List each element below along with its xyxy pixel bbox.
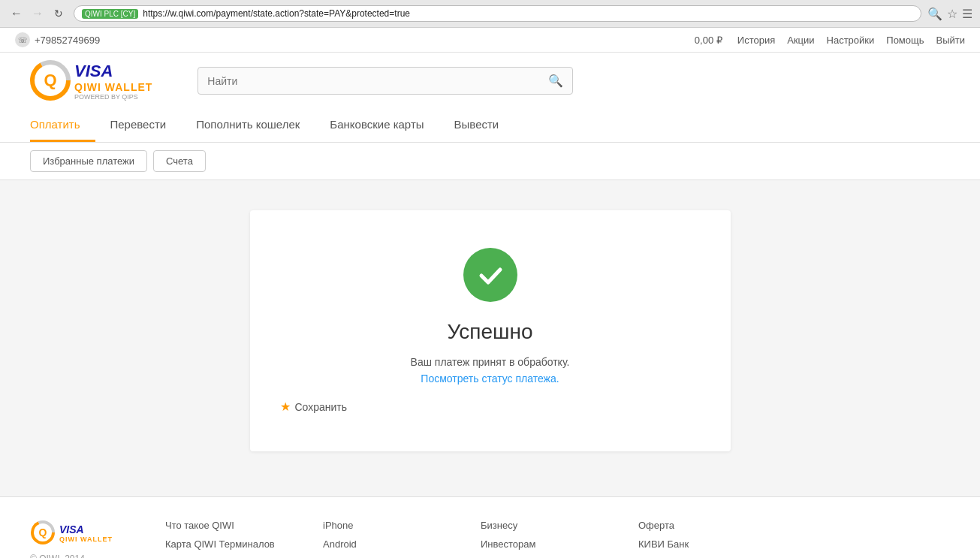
phone-number: +79852749699	[35, 35, 100, 46]
topbar-phone: ☏ +79852749699	[15, 32, 100, 47]
footer-col-platforms: iPhone Android iPad Windows Phone Другие…	[323, 520, 436, 558]
footer-qiwi-text: QIWI WALLET	[59, 535, 113, 543]
topbar-logout[interactable]: Выйти	[936, 35, 966, 46]
phone-icon: ☏	[15, 32, 30, 47]
footer-col-about: Что такое QIWI Карта QIWI Терминалов Спо…	[165, 520, 278, 558]
nav-bankovskie[interactable]: Банковские карты	[315, 109, 439, 142]
topbar-links: История Акции Настройки Помощь Выйти	[737, 35, 965, 46]
svg-text:Q: Q	[39, 526, 47, 538]
footer-link-terminals[interactable]: Карта QIWI Терминалов	[165, 538, 278, 550]
topbar-history[interactable]: История	[737, 35, 775, 46]
view-status-link[interactable]: Посмотреть статус платежа.	[421, 373, 559, 385]
logo-q-icon: Q	[30, 60, 71, 101]
search-bar[interactable]: 🔍	[198, 67, 573, 95]
footer-visa-text: VISA	[59, 523, 113, 535]
header-top: Q VISA QIWI WALLET POWERED BY QIPS 🔍	[30, 60, 950, 109]
footer-q-icon: Q	[30, 520, 56, 546]
browser-nav-buttons: ← → ↻	[8, 5, 68, 23]
visa-logo-text: VISA	[74, 62, 152, 81]
footer-copyright: © QIWI, 2014	[30, 553, 120, 558]
topbar-balance: 0,00 ₽	[695, 35, 722, 46]
secure-badge: QIWI PLC [CY]	[82, 9, 138, 19]
topbar-help[interactable]: Помощь	[886, 35, 924, 46]
success-icon	[463, 248, 517, 302]
success-title: Успешно	[280, 320, 701, 344]
subnav-accounts[interactable]: Счета	[153, 150, 206, 172]
footer-link-business[interactable]: Бизнесу	[481, 520, 593, 531]
site-header: Q VISA QIWI WALLET POWERED BY QIPS 🔍 Опл…	[0, 53, 980, 143]
topbar-akcii[interactable]: Акции	[787, 35, 814, 46]
footer-logo-img: Q VISA QIWI WALLET	[30, 520, 120, 546]
qiwi-wallet-logo-text: QIWI WALLET	[74, 81, 152, 93]
browser-actions: 🔍 ☆ ☰	[927, 7, 972, 21]
logo-area[interactable]: Q VISA QIWI WALLET POWERED BY QIPS	[30, 60, 152, 101]
svg-text:Q: Q	[44, 71, 56, 89]
success-card: Успешно Ваш платеж принят в обработку. П…	[250, 210, 731, 451]
footer-logo: Q VISA QIWI WALLET © QIWI, 2014	[30, 520, 120, 558]
search-icon[interactable]: 🔍	[927, 7, 942, 21]
footer-link-about-qiwi[interactable]: Что такое QIWI	[165, 520, 278, 531]
footer-link-investors[interactable]: Инвесторам	[481, 538, 593, 550]
star-icon[interactable]: ☆	[947, 7, 957, 21]
footer-inner: Q VISA QIWI WALLET © QIWI, 2014 Что тако…	[30, 520, 950, 558]
topbar-settings[interactable]: Настройки	[827, 35, 875, 46]
logo-text: VISA QIWI WALLET POWERED BY QIPS	[74, 62, 152, 101]
url-display: https://w.qiwi.com/payment/state.action?…	[143, 8, 913, 19]
sub-nav: Избранные платежи Счета	[0, 143, 980, 180]
save-button[interactable]: ★ Сохранить	[280, 400, 348, 414]
footer-logo-text: VISA QIWI WALLET	[59, 523, 113, 543]
forward-button[interactable]: →	[29, 5, 47, 23]
footer-link-iphone[interactable]: iPhone	[323, 520, 436, 531]
powered-by-text: POWERED BY QIPS	[74, 93, 152, 101]
refresh-button[interactable]: ↻	[50, 5, 68, 23]
footer: Q VISA QIWI WALLET © QIWI, 2014 Что тако…	[0, 496, 980, 558]
success-message: Ваш платеж принят в обработку.	[280, 356, 701, 368]
footer-link-kiwi-bank[interactable]: КИВИ Банк	[638, 538, 751, 550]
footer-link-android[interactable]: Android	[323, 538, 436, 550]
footer-col-legal: Оферта КИВИ Банк	[638, 520, 751, 558]
footer-col-business: Бизнесу Инвесторам	[481, 520, 593, 558]
nav-popolnit[interactable]: Пополнить кошелек	[181, 109, 315, 142]
nav-vyvesti[interactable]: Вывести	[439, 109, 514, 142]
nav-perevesti[interactable]: Перевести	[95, 109, 182, 142]
browser-chrome: ← → ↻ QIWI PLC [CY] https://w.qiwi.com/p…	[0, 0, 980, 28]
search-button[interactable]: 🔍	[539, 68, 572, 94]
menu-icon[interactable]: ☰	[962, 7, 972, 21]
main-content: Успешно Ваш платеж принят в обработку. П…	[0, 180, 980, 481]
address-bar[interactable]: QIWI PLC [CY] https://w.qiwi.com/payment…	[74, 5, 921, 22]
footer-link-offer[interactable]: Оферта	[638, 520, 751, 531]
favorite-star-icon: ★	[280, 400, 291, 414]
nav-oplatit[interactable]: Оплатить	[30, 109, 95, 142]
subnav-favorites[interactable]: Избранные платежи	[30, 150, 147, 172]
search-input[interactable]	[198, 69, 539, 93]
save-label: Сохранить	[295, 401, 348, 413]
back-button[interactable]: ←	[8, 5, 26, 23]
site-topbar: ☏ +79852749699 0,00 ₽ История Акции Наст…	[0, 28, 980, 53]
main-nav: Оплатить Перевести Пополнить кошелек Бан…	[30, 109, 950, 142]
